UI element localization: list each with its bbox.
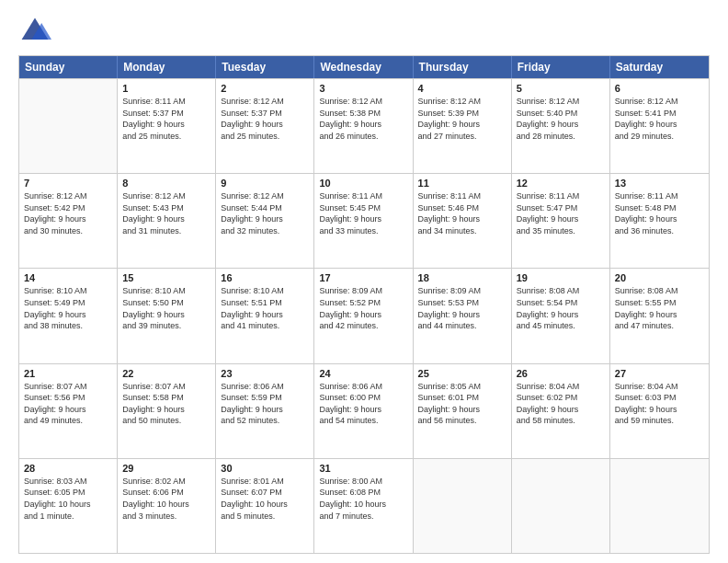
day-number: 29 [122, 463, 210, 474]
calendar-cell: 31Sunrise: 8:00 AM Sunset: 6:08 PM Dayli… [314, 459, 413, 553]
day-content: Sunrise: 8:09 AM Sunset: 5:52 PM Dayligh… [319, 285, 407, 331]
calendar-cell: 12Sunrise: 8:11 AM Sunset: 5:47 PM Dayli… [512, 174, 610, 268]
day-content: Sunrise: 8:08 AM Sunset: 5:55 PM Dayligh… [615, 285, 704, 331]
day-content: Sunrise: 8:11 AM Sunset: 5:48 PM Dayligh… [615, 190, 704, 236]
calendar-cell: 1Sunrise: 8:11 AM Sunset: 5:37 PM Daylig… [118, 79, 216, 173]
day-number: 22 [122, 368, 210, 379]
day-content: Sunrise: 8:11 AM Sunset: 5:37 PM Dayligh… [122, 96, 210, 142]
calendar-cell: 3Sunrise: 8:12 AM Sunset: 5:38 PM Daylig… [314, 79, 413, 173]
day-content: Sunrise: 8:00 AM Sunset: 6:08 PM Dayligh… [319, 476, 407, 522]
calendar-cell: 27Sunrise: 8:04 AM Sunset: 6:03 PM Dayli… [610, 364, 709, 458]
day-content: Sunrise: 8:12 AM Sunset: 5:41 PM Dayligh… [615, 96, 704, 142]
day-number: 1 [122, 83, 210, 94]
day-number: 12 [517, 178, 605, 189]
day-number: 25 [418, 368, 506, 379]
day-number: 3 [319, 83, 407, 94]
day-number: 23 [221, 368, 309, 379]
day-number: 6 [615, 83, 704, 94]
day-number: 24 [319, 368, 407, 379]
day-number: 18 [418, 272, 506, 283]
day-number: 13 [615, 178, 704, 189]
day-number: 4 [418, 83, 506, 94]
logo [18, 15, 55, 48]
day-number: 9 [221, 178, 309, 189]
calendar-cell [512, 459, 610, 553]
day-content: Sunrise: 8:11 AM Sunset: 5:47 PM Dayligh… [517, 190, 605, 236]
day-number: 2 [221, 83, 309, 94]
day-content: Sunrise: 8:10 AM Sunset: 5:49 PM Dayligh… [24, 285, 112, 331]
day-content: Sunrise: 8:12 AM Sunset: 5:37 PM Dayligh… [221, 96, 309, 142]
page: SundayMondayTuesdayWednesdayThursdayFrid… [0, 0, 728, 563]
header-day-sunday: Sunday [19, 56, 118, 78]
header-day-thursday: Thursday [414, 56, 512, 78]
logo-icon [18, 15, 51, 48]
day-number: 31 [319, 463, 407, 474]
calendar-cell: 24Sunrise: 8:06 AM Sunset: 6:00 PM Dayli… [314, 364, 413, 458]
day-number: 5 [517, 83, 605, 94]
day-number: 26 [517, 368, 605, 379]
header [18, 15, 710, 48]
calendar-cell: 5Sunrise: 8:12 AM Sunset: 5:40 PM Daylig… [512, 79, 610, 173]
calendar-cell [414, 459, 512, 553]
calendar-header: SundayMondayTuesdayWednesdayThursdayFrid… [19, 56, 709, 78]
calendar-cell: 29Sunrise: 8:02 AM Sunset: 6:06 PM Dayli… [118, 459, 216, 553]
day-number: 15 [122, 272, 210, 283]
calendar-cell: 14Sunrise: 8:10 AM Sunset: 5:49 PM Dayli… [19, 269, 118, 362]
day-content: Sunrise: 8:11 AM Sunset: 5:45 PM Dayligh… [319, 190, 407, 236]
calendar-cell: 15Sunrise: 8:10 AM Sunset: 5:50 PM Dayli… [118, 269, 216, 362]
calendar-body: 1Sunrise: 8:11 AM Sunset: 5:37 PM Daylig… [19, 78, 709, 553]
day-content: Sunrise: 8:07 AM Sunset: 5:58 PM Dayligh… [122, 381, 210, 427]
day-number: 7 [24, 178, 112, 189]
calendar-cell: 13Sunrise: 8:11 AM Sunset: 5:48 PM Dayli… [610, 174, 709, 268]
day-content: Sunrise: 8:11 AM Sunset: 5:46 PM Dayligh… [418, 190, 506, 236]
day-content: Sunrise: 8:10 AM Sunset: 5:51 PM Dayligh… [221, 285, 309, 331]
header-day-saturday: Saturday [610, 56, 709, 78]
day-content: Sunrise: 8:01 AM Sunset: 6:07 PM Dayligh… [221, 476, 309, 522]
calendar-row-2: 14Sunrise: 8:10 AM Sunset: 5:49 PM Dayli… [19, 268, 709, 362]
calendar-cell: 8Sunrise: 8:12 AM Sunset: 5:43 PM Daylig… [118, 174, 216, 268]
calendar-row-3: 21Sunrise: 8:07 AM Sunset: 5:56 PM Dayli… [19, 363, 709, 458]
day-content: Sunrise: 8:05 AM Sunset: 6:01 PM Dayligh… [418, 381, 506, 427]
calendar-cell: 6Sunrise: 8:12 AM Sunset: 5:41 PM Daylig… [610, 79, 709, 173]
day-content: Sunrise: 8:02 AM Sunset: 6:06 PM Dayligh… [122, 476, 210, 522]
day-number: 21 [24, 368, 112, 379]
day-number: 17 [319, 272, 407, 283]
day-content: Sunrise: 8:04 AM Sunset: 6:03 PM Dayligh… [615, 381, 704, 427]
day-content: Sunrise: 8:10 AM Sunset: 5:50 PM Dayligh… [122, 285, 210, 331]
calendar-cell: 23Sunrise: 8:06 AM Sunset: 5:59 PM Dayli… [216, 364, 314, 458]
calendar-cell: 28Sunrise: 8:03 AM Sunset: 6:05 PM Dayli… [19, 459, 118, 553]
day-number: 8 [122, 178, 210, 189]
day-content: Sunrise: 8:04 AM Sunset: 6:02 PM Dayligh… [517, 381, 605, 427]
day-number: 19 [517, 272, 605, 283]
calendar-cell: 17Sunrise: 8:09 AM Sunset: 5:52 PM Dayli… [314, 269, 413, 362]
day-content: Sunrise: 8:07 AM Sunset: 5:56 PM Dayligh… [24, 381, 112, 427]
day-number: 27 [615, 368, 704, 379]
day-content: Sunrise: 8:12 AM Sunset: 5:38 PM Dayligh… [319, 96, 407, 142]
day-number: 16 [221, 272, 309, 283]
calendar-cell [610, 459, 709, 553]
header-day-wednesday: Wednesday [314, 56, 413, 78]
calendar: SundayMondayTuesdayWednesdayThursdayFrid… [18, 55, 710, 554]
day-content: Sunrise: 8:12 AM Sunset: 5:40 PM Dayligh… [517, 96, 605, 142]
day-content: Sunrise: 8:12 AM Sunset: 5:44 PM Dayligh… [221, 190, 309, 236]
day-content: Sunrise: 8:06 AM Sunset: 6:00 PM Dayligh… [319, 381, 407, 427]
calendar-cell: 11Sunrise: 8:11 AM Sunset: 5:46 PM Dayli… [414, 174, 512, 268]
header-day-tuesday: Tuesday [216, 56, 314, 78]
calendar-cell: 7Sunrise: 8:12 AM Sunset: 5:42 PM Daylig… [19, 174, 118, 268]
calendar-cell: 25Sunrise: 8:05 AM Sunset: 6:01 PM Dayli… [414, 364, 512, 458]
day-content: Sunrise: 8:06 AM Sunset: 5:59 PM Dayligh… [221, 381, 309, 427]
calendar-row-1: 7Sunrise: 8:12 AM Sunset: 5:42 PM Daylig… [19, 173, 709, 268]
day-content: Sunrise: 8:12 AM Sunset: 5:39 PM Dayligh… [418, 96, 506, 142]
day-content: Sunrise: 8:09 AM Sunset: 5:53 PM Dayligh… [418, 285, 506, 331]
day-content: Sunrise: 8:12 AM Sunset: 5:42 PM Dayligh… [24, 190, 112, 236]
header-day-friday: Friday [512, 56, 610, 78]
day-content: Sunrise: 8:12 AM Sunset: 5:43 PM Dayligh… [122, 190, 210, 236]
calendar-cell: 2Sunrise: 8:12 AM Sunset: 5:37 PM Daylig… [216, 79, 314, 173]
calendar-cell: 16Sunrise: 8:10 AM Sunset: 5:51 PM Dayli… [216, 269, 314, 362]
header-day-monday: Monday [118, 56, 216, 78]
calendar-cell: 20Sunrise: 8:08 AM Sunset: 5:55 PM Dayli… [610, 269, 709, 362]
day-number: 20 [615, 272, 704, 283]
calendar-cell: 10Sunrise: 8:11 AM Sunset: 5:45 PM Dayli… [314, 174, 413, 268]
calendar-cell: 19Sunrise: 8:08 AM Sunset: 5:54 PM Dayli… [512, 269, 610, 362]
calendar-cell: 26Sunrise: 8:04 AM Sunset: 6:02 PM Dayli… [512, 364, 610, 458]
